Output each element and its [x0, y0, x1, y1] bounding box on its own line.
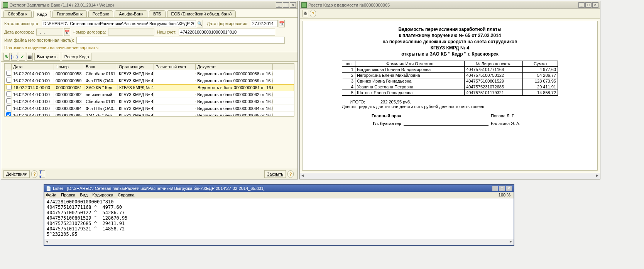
lister-window: 📄 Lister - [D:\SHARED\! Сетевая папка\Ра… [44, 184, 514, 246]
row-checkbox[interactable] [6, 91, 11, 96]
tab-Кедр[interactable]: Кедр [33, 11, 51, 18]
date-form-input[interactable] [251, 20, 278, 27]
report-heading-2: к платежному поручению № 65 от 27.02.201… [309, 33, 590, 38]
h-scrollbar[interactable]: ◄► [300, 173, 600, 179]
report-view[interactable]: Ведомость перечисления заработной платы … [302, 21, 598, 171]
col-header[interactable]: Организация [117, 64, 154, 70]
footer-bar: Действия ▾ ? ƒ ▾ Закрыть ? [1, 169, 297, 179]
check-all-icon[interactable]: ✓ [19, 53, 25, 61]
close-button-2[interactable]: ✕ [592, 2, 598, 8]
tab-РосБанк[interactable]: РосБанк [88, 10, 113, 17]
registry-window: Реестр Кедр к ведомости №00000000065 _ □… [299, 1, 600, 179]
contract-date-input[interactable] [36, 29, 63, 36]
sign-line [404, 113, 488, 118]
refresh-icon[interactable]: ↻ [3, 53, 10, 61]
sign2-name: Балакина Э. А. [488, 121, 521, 126]
col-header[interactable]: Документ [196, 64, 273, 70]
calendar-icon-2[interactable]: 📅 [64, 28, 70, 36]
row-checkbox[interactable] [6, 71, 11, 76]
tab-Альфа-Банк[interactable]: Альфа-Банк [115, 10, 147, 17]
table-row[interactable]: 16.02.2014 0:00:0000000000063Сбербанк 01… [5, 98, 294, 105]
tab-СберБанк[interactable]: СберБанк [3, 10, 32, 17]
uncheck-all-icon[interactable]: ▦ [27, 53, 33, 61]
lister-minimize[interactable]: _ [492, 186, 498, 191]
swap-icon[interactable]: (↔) [11, 53, 17, 61]
row-checkbox[interactable] [6, 78, 11, 83]
menu-Справка[interactable]: Справка [118, 193, 134, 197]
export-dir-label: Каталог экспорта: [4, 21, 39, 26]
close-form-button[interactable]: Закрыть [264, 170, 286, 178]
payments-grid: ДатаНомерБанкОрганизацияРасчетный счетДо… [4, 63, 294, 117]
grid-header: ДатаНомерБанкОрганизацияРасчетный счетДо… [5, 64, 294, 70]
report-heading-1: Ведомость перечисления заработной платы [309, 27, 590, 32]
total-value: 232 205,95 руб. [380, 100, 411, 104]
report-heading-4: КГБУЗ КМРД № 4 [309, 45, 590, 51]
col-header[interactable]: Номер [54, 64, 84, 70]
help-icon-2[interactable]: ? [287, 170, 294, 178]
table-row[interactable]: 16.02.2014 0:00:0000000000059Ф-л ГПБ (ОА… [5, 77, 294, 84]
report-heading-5: открытые в ЗАО КБ '' Кедр '' г. Краснояр… [309, 51, 590, 57]
table-row[interactable]: 16.02.2014 0:00:0000000000064Ф-л ГПБ (ОА… [5, 105, 294, 112]
sign-line-2 [404, 121, 488, 126]
lister-titlebar: 📄 Lister - [D:\SHARED\! Сетевая папка\Ра… [44, 185, 514, 192]
export-button[interactable]: Выгрузить [34, 53, 60, 61]
col-header[interactable]: Дата [12, 64, 54, 70]
col-header[interactable]: Расчетный счет [154, 64, 196, 70]
table-row[interactable]: 16.02.2014 0:00:0000000000065ЗАО КБ '' К… [5, 112, 294, 117]
date-form-label: Дата формирования: [207, 21, 248, 26]
sign2-role: Гл. бухгалтер [342, 121, 404, 126]
grid-body[interactable]: 16.02.2014 0:00:0000000000058Сбербанк 01… [5, 70, 294, 117]
row-checkbox[interactable] [6, 112, 11, 117]
registry-button[interactable]: Реестр Кедр [62, 53, 92, 61]
menu-Файл[interactable]: Файл [46, 193, 56, 197]
filename-input[interactable] [76, 37, 285, 44]
row-checkbox[interactable] [6, 105, 11, 110]
sign1-name: Попова Л. Г. [488, 113, 515, 118]
export-title: Экспорт Зарплаты в Банк (1.14 / 23.01.20… [10, 3, 275, 7]
col-header[interactable] [5, 64, 12, 70]
tool-icon[interactable]: ƒ ▾ [39, 170, 45, 178]
registry-titlebar: Реестр Кедр к ведомости №00000000065 _ □… [300, 1, 600, 9]
lister-body[interactable]: 47422810000001000001^810 404757510177116… [44, 198, 514, 239]
row-checkbox[interactable] [6, 98, 11, 103]
tab-ЕОБ (Енисейский объед. банк)[interactable]: ЕОБ (Енисейский объед. банк) [167, 10, 236, 17]
calendar-icon[interactable]: 📅 [279, 20, 285, 27]
actions-button[interactable]: Действия ▾ [3, 170, 30, 178]
minimize-button[interactable]: _ [276, 2, 282, 8]
lister-maximize[interactable]: □ [499, 186, 505, 191]
export-dir-input[interactable] [42, 20, 196, 27]
app-icon [3, 2, 8, 8]
maximize-button[interactable]: □ [283, 2, 289, 8]
lister-close[interactable]: ✕ [506, 186, 512, 191]
registry-title: Реестр Кедр к ведомости №00000000065 [308, 3, 578, 7]
total-label: ИТОГО: [342, 100, 380, 104]
table-row[interactable]: 16.02.2014 0:00:0000000000062не известны… [5, 91, 294, 98]
table-row[interactable]: 16.02.2014 0:00:0000000000058Сбербанк 01… [5, 70, 294, 77]
help-icon[interactable]: ? [31, 170, 37, 178]
close-button[interactable]: ✕ [290, 2, 296, 8]
menu-Вид[interactable]: Вид [80, 193, 88, 197]
section-title: Платежные поручения на зачисление зарпла… [4, 44, 294, 51]
lister-h-scrollbar[interactable]: ◄► [44, 239, 514, 245]
maximize-button-2[interactable]: □ [585, 2, 592, 8]
col-header[interactable]: Банк [84, 64, 117, 70]
contract-no-label: Номер договора: [73, 30, 106, 34]
contract-date-label: Дата договора: [4, 30, 34, 34]
contract-no-input[interactable] [108, 29, 154, 36]
row-checkbox[interactable] [7, 85, 12, 90]
print-icon[interactable]: 🖶 [302, 10, 308, 17]
lister-percent: 100 % [499, 193, 510, 197]
tab-ГазпромБанк[interactable]: ГазпромБанк [52, 10, 86, 17]
tab-ВТБ[interactable]: ВТБ [149, 10, 166, 17]
menu-Правка[interactable]: Правка [61, 193, 75, 197]
our-acc-label: Наш счет: [157, 30, 176, 34]
menu-Кодировка[interactable]: Кодировка [92, 193, 113, 197]
minimize-button-2[interactable]: _ [578, 2, 585, 8]
filename-label: Имя файла (его постоянная часть): [4, 38, 74, 42]
our-acc-input[interactable] [179, 29, 275, 36]
browse-button[interactable]: 🔍 [197, 20, 203, 27]
table-row[interactable]: 16.02.2014 0:00:0000000000061ЗАО КБ '' К… [5, 84, 294, 91]
total-words: Двести тридцать две тысячи двести пять р… [342, 104, 558, 109]
help-icon-3[interactable]: ? [310, 10, 316, 17]
export-titlebar: Экспорт Зарплаты в Банк (1.14 / 23.01.20… [1, 1, 297, 9]
